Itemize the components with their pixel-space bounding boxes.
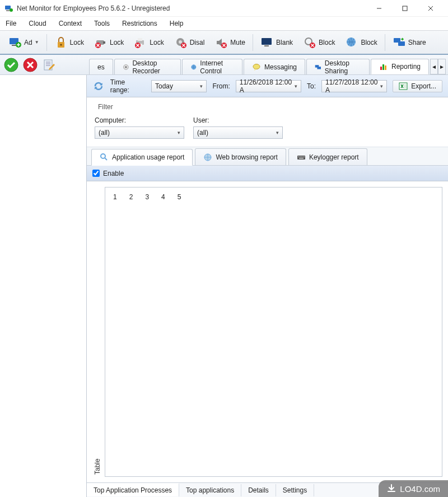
svg-rect-43 [380,67,382,70]
blank-button[interactable]: Blank [255,33,298,52]
magnifier-block-icon [303,36,316,49]
report-tabs: Application usage report Web browsing re… [87,147,448,166]
padlock-icon [54,36,68,49]
table-body [105,207,442,476]
tab-settings[interactable]: Settings [276,484,314,496]
left-panel [0,75,87,497]
chevron-down-icon: ▾ [380,83,383,89]
col-2: 2 [129,193,133,201]
minimize-button[interactable] [366,0,392,17]
menu-restrictions[interactable]: Restrictions [122,20,157,27]
mute-button[interactable]: Mute [209,33,250,52]
user-select[interactable]: (all)▾ [193,126,283,139]
menu-file[interactable]: File [6,20,16,27]
speaker-mute-icon [214,36,228,49]
monitor-add-icon [8,36,22,49]
title-bar: Net Monitor for Employees Pro 5.6.2 - Un… [0,0,448,17]
enable-label: Enable [103,170,124,177]
svg-rect-55 [302,156,304,157]
menu-cloud[interactable]: Cloud [29,20,46,27]
tab-scroll-left[interactable]: ◂ [430,59,438,74]
time-range-select[interactable]: Today▾ [151,80,207,92]
svg-rect-44 [382,64,384,70]
add-button[interactable]: Ad ▼ [3,33,44,52]
share-button[interactable]: Share [388,33,431,52]
recorder-icon [123,63,129,72]
tab-messaging[interactable]: Messaging [244,59,305,74]
svg-rect-52 [298,156,299,157]
svg-rect-4 [403,6,407,11]
app-icon [4,4,13,13]
menu-tools[interactable]: Tools [94,20,110,27]
window-title: Net Monitor for Employees Pro 5.6.2 - Un… [17,4,366,12]
usb-lock-icon [94,36,108,49]
filter-panel: Filter Computer: (all)▾ User: (all)▾ [87,97,448,147]
menu-context[interactable]: Context [59,20,82,27]
table-area: Table 1 2 3 4 5 [87,181,448,482]
svg-rect-45 [385,65,386,70]
tab-web-browsing-report[interactable]: Web browsing report [195,148,286,165]
enable-checkbox[interactable] [92,170,100,177]
filter-title: Filter [98,103,440,111]
from-date-input[interactable]: 11/26/2018 12:00 A▾ [236,80,301,92]
close-button[interactable] [418,0,444,17]
left-action-bar [0,55,87,74]
printer-lock-icon [134,36,147,49]
svg-rect-30 [398,41,405,46]
svg-point-40 [253,64,260,69]
svg-rect-16 [138,38,142,41]
lock-printer-button[interactable]: Lock [129,33,169,52]
from-label: From: [212,82,230,90]
tab-details[interactable]: Details [241,484,276,496]
chevron-down-icon: ▾ [295,83,297,89]
col-5: 5 [178,193,181,201]
disable-button[interactable]: Disal [169,33,210,52]
tab-keylogger-report[interactable]: Keylogger report [288,148,367,165]
refresh-icon[interactable] [92,80,105,92]
tab-top-processes[interactable]: Top Application Processes [87,483,179,496]
watermark: LO4D.com [379,480,448,497]
time-range-label: Time range: [110,78,146,94]
svg-rect-57 [299,158,304,159]
computer-select[interactable]: (all)▾ [95,126,184,139]
lock-padlock-button[interactable]: Lock [49,33,89,52]
svg-point-48 [101,154,105,158]
menu-help[interactable]: Help [170,20,184,27]
time-range-bar: Time range: Today▾ From: 11/26/2018 12:0… [87,75,448,97]
tab-reporting[interactable]: Reporting [371,59,429,74]
desktop-sharing-icon [315,63,321,72]
gear-disable-icon [174,36,188,49]
svg-rect-51 [297,156,305,160]
tab-internet-control[interactable]: Internet Control [182,59,242,74]
tab-desktop-sharing[interactable]: Desktop Sharing [306,59,370,74]
lock-usb-button[interactable]: Lock [89,33,129,52]
svg-rect-8 [12,45,16,46]
svg-point-20 [179,40,182,44]
tab-app-usage-report[interactable]: Application usage report [91,149,193,166]
globe-icon [203,153,212,162]
svg-rect-24 [264,45,269,46]
block-web-button[interactable]: Block [298,33,340,52]
excel-icon [399,82,408,91]
to-label: To: [307,82,316,90]
maximize-button[interactable] [392,0,418,17]
svg-rect-42 [317,67,321,69]
tab-desktop-recorder[interactable]: Desktop Recorder [114,59,181,74]
svg-rect-47 [404,84,407,88]
accept-button[interactable] [3,57,19,73]
table-box: 1 2 3 4 5 [105,187,442,477]
reject-button[interactable] [22,57,38,73]
tab-partial[interactable]: es [89,59,113,74]
export-button[interactable]: Export... [393,80,442,92]
tab-scroll-right[interactable]: ▸ [438,59,446,74]
monitor-blank-icon [260,36,274,49]
chat-icon [252,63,261,72]
col-4: 4 [161,193,165,201]
block-globe-button[interactable]: Block [340,33,382,52]
edit-button[interactable] [41,57,57,73]
keyboard-icon [297,153,306,162]
chevron-down-icon: ▾ [178,130,180,135]
svg-rect-2 [6,10,10,11]
tab-top-apps[interactable]: Top applications [179,484,241,496]
to-date-input[interactable]: 11/27/2018 12:00 A▾ [321,80,387,92]
